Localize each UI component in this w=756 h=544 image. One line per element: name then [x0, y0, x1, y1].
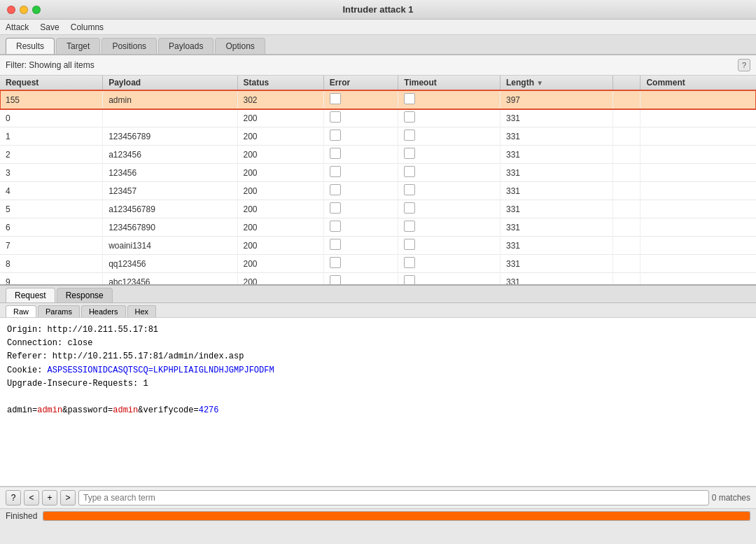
table-row[interactable]: 6 1234567890 200 331 — [0, 218, 756, 237]
timeout-checkbox[interactable] — [404, 93, 415, 104]
table-row[interactable]: 8 qq123456 200 331 — [0, 255, 756, 273]
close-button[interactable] — [7, 6, 15, 14]
table-row[interactable]: 7 woaini1314 200 331 — [0, 237, 756, 255]
cell-empty — [613, 90, 640, 109]
error-checkbox[interactable] — [330, 275, 341, 284]
plus-icon: + — [47, 493, 52, 503]
timeout-checkbox[interactable] — [404, 148, 415, 159]
post-password-value: admin — [113, 405, 138, 415]
error-checkbox[interactable] — [330, 257, 341, 268]
cell-request: 0 — [0, 109, 103, 127]
error-checkbox[interactable] — [330, 184, 341, 195]
table-scroll[interactable]: Request Payload Status Error Timeout Len… — [0, 76, 756, 284]
request-body: Origin: http://10.211.55.17:81 Connectio… — [0, 318, 756, 487]
title-bar: Intruder attack 1 — [0, 0, 756, 20]
col-request[interactable]: Request — [0, 76, 103, 90]
timeout-checkbox[interactable] — [404, 221, 415, 232]
cell-payload: admin — [103, 90, 237, 109]
search-next-button-plus[interactable]: + — [42, 490, 57, 505]
menu-bar: Attack Save Columns — [0, 20, 756, 35]
menu-columns[interactable]: Columns — [71, 22, 104, 32]
error-checkbox[interactable] — [330, 93, 341, 104]
col-error[interactable]: Error — [323, 76, 398, 90]
table-row[interactable]: 9 abc123456 200 331 — [0, 273, 756, 285]
table-row[interactable]: 1 123456789 200 331 — [0, 127, 756, 146]
table-row[interactable]: 0 200 331 — [0, 109, 756, 127]
subtab-hex[interactable]: Hex — [127, 305, 157, 317]
request-line-1: Origin: http://10.211.55.17:81 — [7, 323, 749, 337]
search-next-button[interactable]: > — [60, 490, 76, 505]
search-input[interactable] — [78, 490, 709, 505]
post-verifycode-value: 4276 — [199, 405, 219, 415]
status-bar: Finished — [0, 508, 756, 523]
error-checkbox[interactable] — [330, 221, 341, 232]
search-matches: 0 matches — [712, 493, 750, 503]
cell-status: 302 — [237, 90, 323, 109]
timeout-checkbox[interactable] — [404, 130, 415, 141]
filter-help-button[interactable]: ? — [738, 59, 750, 71]
minimize-button[interactable] — [20, 6, 28, 14]
error-checkbox[interactable] — [330, 111, 341, 123]
results-table: Request Payload Status Error Timeout Len… — [0, 76, 756, 284]
menu-attack[interactable]: Attack — [6, 22, 29, 32]
timeout-checkbox[interactable] — [404, 257, 415, 268]
tab-options[interactable]: Options — [215, 38, 265, 54]
tab-payloads[interactable]: Payloads — [158, 38, 214, 54]
request-post-data: admin=admin&password=admin&verifycode=42… — [7, 404, 749, 417]
maximize-button[interactable] — [32, 6, 41, 14]
request-line-5: Upgrade-Insecure-Requests: 1 — [7, 377, 749, 391]
subtab-raw[interactable]: Raw — [6, 305, 36, 317]
search-question-button[interactable]: ? — [6, 490, 21, 505]
req-resp-tabs: Request Response — [0, 286, 756, 303]
cell-request: 155 — [0, 90, 103, 109]
bottom-panel: Request Response Raw Params Headers Hex … — [0, 286, 756, 523]
table-row[interactable]: 2 a123456 200 331 — [0, 146, 756, 164]
cell-payload — [103, 109, 237, 127]
results-table-container: Request Payload Status Error Timeout Len… — [0, 76, 756, 286]
error-checkbox[interactable] — [330, 148, 341, 159]
error-checkbox[interactable] — [330, 239, 341, 250]
tabs-row: Results Target Positions Payloads Option… — [0, 35, 756, 55]
error-checkbox[interactable] — [330, 202, 341, 214]
col-length[interactable]: Length ▼ — [500, 76, 613, 90]
cell-error — [323, 90, 398, 109]
timeout-checkbox[interactable] — [404, 239, 415, 250]
timeout-checkbox[interactable] — [404, 275, 415, 284]
col-comment[interactable]: Comment — [640, 76, 756, 90]
table-row[interactable]: 5 a123456789 200 331 — [0, 200, 756, 218]
subtab-headers[interactable]: Headers — [81, 305, 126, 317]
col-payload[interactable]: Payload — [103, 76, 237, 90]
error-checkbox[interactable] — [330, 130, 341, 141]
cell-length: 397 — [500, 90, 613, 109]
timeout-checkbox[interactable] — [404, 111, 415, 123]
subtab-params[interactable]: Params — [38, 305, 80, 317]
menu-save[interactable]: Save — [40, 22, 59, 32]
request-line-empty — [7, 391, 749, 404]
cell-status: 200 — [237, 109, 323, 127]
cell-error — [323, 109, 398, 127]
request-line-2: Connection: close — [7, 337, 749, 350]
cookie-value: ASPSESSIONIDCASQTSCQ=LKPHPLIAIGLNDHJGMPJ… — [48, 365, 274, 375]
col-status[interactable]: Status — [237, 76, 323, 90]
timeout-checkbox[interactable] — [404, 166, 415, 177]
filter-bar: Filter: Showing all items ? — [0, 55, 756, 76]
post-admin-value: admin — [37, 405, 62, 415]
table-row-highlighted[interactable]: 155 admin 302 397 — [0, 90, 756, 109]
table-row[interactable]: 4 123457 200 331 — [0, 182, 756, 200]
timeout-checkbox[interactable] — [404, 184, 415, 195]
status-label: Finished — [6, 511, 37, 521]
tab-positions[interactable]: Positions — [102, 38, 157, 54]
tab-response[interactable]: Response — [57, 288, 113, 302]
search-bar: ? < + > 0 matches — [0, 487, 756, 508]
tab-target[interactable]: Target — [56, 38, 100, 54]
error-checkbox[interactable] — [330, 166, 341, 177]
table-row[interactable]: 3 123456 200 331 — [0, 164, 756, 182]
request-line-4: Cookie: ASPSESSIONIDCASQTSCQ=LKPHPLIAIGL… — [7, 364, 749, 377]
tab-request[interactable]: Request — [6, 288, 55, 302]
col-timeout[interactable]: Timeout — [398, 76, 500, 90]
timeout-checkbox[interactable] — [404, 202, 415, 214]
cell-timeout — [398, 109, 500, 127]
search-prev-button[interactable]: < — [24, 490, 39, 505]
tab-results[interactable]: Results — [6, 38, 55, 54]
progress-bar-fill — [43, 512, 750, 520]
